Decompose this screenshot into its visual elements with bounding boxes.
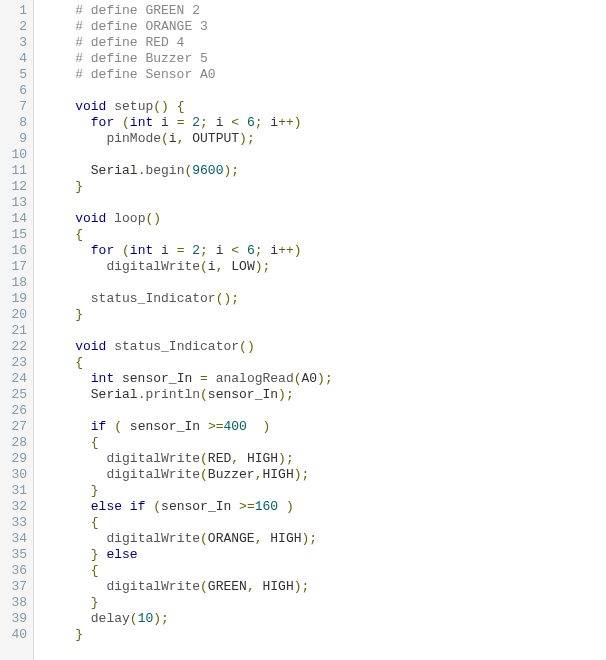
code-line[interactable]: digitalWrite(GREEN, HIGH);	[44, 579, 606, 595]
code-line[interactable]: {	[44, 435, 606, 451]
token-id: i	[263, 115, 279, 130]
token-op: (	[200, 579, 208, 594]
token-fn: analogRead	[216, 371, 294, 386]
token-kw: for	[91, 243, 114, 258]
token-id: i	[169, 131, 177, 146]
code-line[interactable]: # define Sensor A0	[44, 67, 606, 83]
code-line[interactable]: status_Indicator();	[44, 291, 606, 307]
token-id	[44, 611, 91, 626]
token-kw: int	[130, 115, 153, 130]
code-line[interactable]: digitalWrite(Buzzer,HIGH);	[44, 467, 606, 483]
token-op: (	[200, 259, 208, 274]
token-id	[44, 563, 91, 578]
token-op: ()	[239, 339, 255, 354]
token-kw: void	[75, 99, 106, 114]
line-number: 4	[8, 51, 27, 67]
code-line[interactable]: if ( sensor_In >=400 )	[44, 419, 606, 435]
token-op: >=	[239, 499, 255, 514]
line-number: 15	[8, 227, 27, 243]
token-id: LOW	[223, 259, 254, 274]
token-op: ()	[153, 99, 169, 114]
line-number: 6	[8, 83, 27, 99]
token-op: }	[91, 595, 99, 610]
code-line[interactable]: }	[44, 627, 606, 643]
code-line[interactable]: Serial.begin(9600);	[44, 163, 606, 179]
code-area[interactable]: # define GREEN 2 # define ORANGE 3 # def…	[34, 0, 606, 660]
code-line[interactable]: pinMode(i, OUTPUT);	[44, 131, 606, 147]
token-op: );	[223, 163, 239, 178]
code-line[interactable]	[44, 147, 606, 163]
token-num: 6	[247, 115, 255, 130]
token-fn: digitalWrite	[106, 451, 200, 466]
code-line[interactable]: {	[44, 563, 606, 579]
code-line[interactable]: # define ORANGE 3	[44, 19, 606, 35]
code-line[interactable]	[44, 195, 606, 211]
token-id	[239, 243, 247, 258]
token-op: ();	[216, 291, 239, 306]
code-line[interactable]: void loop()	[44, 211, 606, 227]
token-fn: delay	[91, 611, 130, 626]
token-op: ++)	[278, 115, 301, 130]
token-op: =	[200, 371, 208, 386]
line-number: 39	[8, 611, 27, 627]
code-line[interactable]: digitalWrite(i, LOW);	[44, 259, 606, 275]
code-line[interactable]	[44, 323, 606, 339]
token-id: Buzzer	[208, 467, 255, 482]
code-line[interactable]: void status_Indicator()	[44, 339, 606, 355]
line-number: 25	[8, 387, 27, 403]
code-line[interactable]: {	[44, 227, 606, 243]
code-line[interactable]: # define Buzzer 5	[44, 51, 606, 67]
token-id: sensor_In	[122, 419, 208, 434]
code-line[interactable]: digitalWrite(ORANGE, HIGH);	[44, 531, 606, 547]
line-number: 14	[8, 211, 27, 227]
code-line[interactable]: for (int i = 2; i < 6; i++)	[44, 115, 606, 131]
token-op: );	[278, 387, 294, 402]
token-op: );	[294, 579, 310, 594]
code-editor: 1234567891011121314151617181920212223242…	[0, 0, 606, 660]
code-line[interactable]: # define RED 4	[44, 35, 606, 51]
code-line[interactable]: void setup() {	[44, 99, 606, 115]
token-id	[44, 291, 91, 306]
token-op: }	[75, 179, 83, 194]
token-id	[44, 547, 91, 562]
token-op: {	[91, 515, 99, 530]
token-id: HIGH	[262, 467, 293, 482]
code-line[interactable]: # define GREEN 2	[44, 3, 606, 19]
code-line[interactable]: }	[44, 307, 606, 323]
code-line[interactable]	[44, 275, 606, 291]
token-num: 6	[247, 243, 255, 258]
line-number: 1	[8, 3, 27, 19]
code-line[interactable]: int sensor_In = analogRead(A0);	[44, 371, 606, 387]
token-id: i	[153, 115, 176, 130]
token-op: ,	[247, 579, 255, 594]
token-id	[44, 355, 75, 370]
code-line[interactable]: digitalWrite(RED, HIGH);	[44, 451, 606, 467]
token-id	[44, 499, 91, 514]
token-num: 2	[192, 115, 200, 130]
token-id	[44, 419, 91, 434]
line-number: 37	[8, 579, 27, 595]
code-line[interactable]: Serial.println(sensor_In);	[44, 387, 606, 403]
line-number: 21	[8, 323, 27, 339]
line-number: 8	[8, 115, 27, 131]
code-line[interactable]: } else	[44, 547, 606, 563]
code-line[interactable]: {	[44, 355, 606, 371]
token-kw: if	[130, 499, 146, 514]
line-number: 7	[8, 99, 27, 115]
token-op: (	[200, 531, 208, 546]
token-op: ;	[200, 115, 208, 130]
code-line[interactable]: for (int i = 2; i < 6; i++)	[44, 243, 606, 259]
code-line[interactable]	[44, 83, 606, 99]
token-id: sensor_In	[114, 371, 200, 386]
code-line[interactable]: else if (sensor_In >=160 )	[44, 499, 606, 515]
code-line[interactable]: }	[44, 179, 606, 195]
token-op: (	[294, 371, 302, 386]
code-line[interactable]	[44, 403, 606, 419]
code-line[interactable]: }	[44, 483, 606, 499]
code-line[interactable]: }	[44, 595, 606, 611]
code-line[interactable]: {	[44, 515, 606, 531]
token-id: HIGH	[262, 531, 301, 546]
code-line[interactable]: delay(10);	[44, 611, 606, 627]
token-id	[44, 467, 106, 482]
token-id	[44, 451, 106, 466]
